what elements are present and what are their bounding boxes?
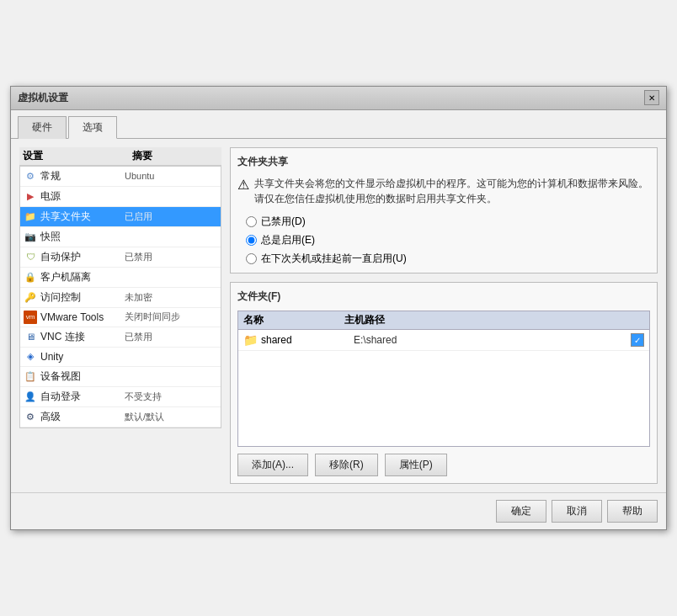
vnc-summary: 已禁用	[125, 331, 152, 343]
snapshot-icon: 📷	[24, 230, 37, 243]
vmwaretools-icon: vm	[24, 311, 37, 324]
right-panel: 文件夹共享 ⚠ 共享文件夹会将您的文件显示给虚拟机中的程序。这可能为您的计算机和…	[230, 147, 658, 485]
tabs-bar: 硬件 选项	[11, 110, 666, 139]
guest-iso-label: 客户机隔离	[40, 270, 125, 284]
radio-always-input[interactable]	[246, 235, 257, 246]
access-ctrl-icon: 🔑	[24, 290, 37, 304]
settings-header: 设置 摘要	[19, 147, 221, 166]
device-view-label: 设备视图	[40, 369, 125, 384]
window-title: 虚拟机设置	[18, 91, 68, 105]
autoprotect-summary: 已禁用	[125, 251, 152, 263]
folder-sharing-section: 文件夹共享 ⚠ 共享文件夹会将您的文件显示给虚拟机中的程序。这可能为您的计算机和…	[230, 147, 658, 274]
unity-icon: ◈	[24, 350, 37, 364]
folder-row-name: shared	[261, 334, 354, 346]
warning-text: 共享文件夹会将您的文件显示给虚拟机中的程序。这可能为您的计算机和数据带来风险。请…	[254, 176, 650, 207]
access-ctrl-summary: 未加密	[125, 291, 152, 304]
tab-hardware[interactable]: 硬件	[18, 116, 67, 139]
col-summary-header: 摘要	[132, 149, 218, 163]
col-setting-header: 设置	[23, 149, 132, 163]
remove-button[interactable]: 移除(R)	[315, 454, 378, 476]
main-content: 设置 摘要 ⚙ 常规 Ubuntu ▶ 电源 📁	[11, 139, 666, 493]
folder-row-checkbox[interactable]: ✓	[631, 333, 644, 347]
settings-item-autoprotect[interactable]: 🛡 自动保护 已禁用	[20, 247, 221, 268]
power-label: 电源	[40, 189, 125, 204]
settings-item-access-ctrl[interactable]: 🔑 访问控制 未加密	[20, 288, 221, 308]
folder-table-header: 名称 主机路径	[237, 311, 650, 329]
folder-col-path: 主机路径	[344, 313, 644, 327]
auto-login-icon: 👤	[24, 390, 37, 403]
snapshot-label: 快照	[40, 230, 125, 244]
auto-login-summary: 不受支持	[125, 390, 162, 403]
folder-section: 文件夹(F) 名称 主机路径 📁 shared E:\shared ✓ 添加(A…	[230, 282, 658, 484]
folder-row-icon: 📁	[243, 333, 258, 347]
access-ctrl-label: 访问控制	[40, 290, 125, 305]
autoprotect-icon: 🛡	[24, 250, 37, 263]
general-icon: ⚙	[24, 169, 37, 183]
settings-item-snapshot[interactable]: 📷 快照	[20, 227, 221, 247]
bottom-bar: 确定 取消 帮助	[11, 492, 666, 529]
warning-box: ⚠ 共享文件夹会将您的文件显示给虚拟机中的程序。这可能为您的计算机和数据带来风险…	[237, 176, 650, 207]
settings-item-general[interactable]: ⚙ 常规 Ubuntu	[20, 167, 221, 187]
radio-disabled-input[interactable]	[246, 216, 257, 227]
radio-always-label: 总是启用(E)	[261, 233, 315, 247]
settings-item-vnc[interactable]: 🖥 VNC 连接 已禁用	[20, 327, 221, 348]
power-icon: ▶	[24, 189, 37, 203]
radio-until-off-input[interactable]	[246, 253, 257, 264]
folder-table-body: 📁 shared E:\shared ✓	[237, 329, 650, 447]
advanced-icon: ⚙	[24, 410, 37, 423]
radio-until-off[interactable]: 在下次关机或挂起前一直启用(U)	[246, 252, 650, 266]
folder-section-title: 文件夹(F)	[237, 289, 650, 304]
shared-folders-icon: 📁	[24, 210, 37, 223]
guest-iso-icon: 🔒	[24, 270, 37, 284]
general-summary: Ubuntu	[125, 171, 154, 181]
folder-sharing-title: 文件夹共享	[237, 155, 650, 169]
folder-col-name: 名称	[243, 313, 344, 327]
settings-item-vmwaretools[interactable]: vm VMware Tools 关闭时间同步	[20, 308, 221, 327]
settings-item-auto-login[interactable]: 👤 自动登录 不受支持	[20, 387, 221, 407]
folder-buttons-row: 添加(A)... 移除(R) 属性(P)	[237, 454, 650, 476]
settings-item-power[interactable]: ▶ 电源	[20, 187, 221, 207]
vmwaretools-summary: 关闭时间同步	[125, 311, 180, 323]
radio-disabled-label: 已禁用(D)	[261, 215, 306, 229]
radio-until-off-label: 在下次关机或挂起前一直启用(U)	[261, 252, 407, 266]
advanced-summary: 默认/默认	[125, 411, 164, 423]
main-window: 虚拟机设置 ✕ 硬件 选项 设置 摘要 ⚙ 常规 Ubuntu ▶	[10, 86, 667, 531]
autoprotect-label: 自动保护	[40, 250, 125, 264]
tab-options[interactable]: 选项	[68, 116, 117, 139]
title-bar: 虚拟机设置 ✕	[11, 87, 666, 110]
vmwaretools-label: VMware Tools	[40, 311, 125, 323]
settings-item-unity[interactable]: ◈ Unity	[20, 348, 221, 367]
properties-button[interactable]: 属性(P)	[385, 454, 447, 476]
general-label: 常规	[40, 169, 125, 183]
vnc-icon: 🖥	[24, 330, 37, 343]
settings-item-guest-iso[interactable]: 🔒 客户机隔离	[20, 268, 221, 288]
unity-label: Unity	[40, 351, 125, 363]
folder-row-path: E:\shared	[354, 334, 631, 346]
shared-folders-summary: 已启用	[125, 210, 152, 223]
folder-row[interactable]: 📁 shared E:\shared ✓	[238, 330, 649, 351]
cancel-button[interactable]: 取消	[552, 500, 602, 523]
close-button[interactable]: ✕	[644, 90, 659, 105]
device-view-icon: 📋	[24, 369, 37, 383]
advanced-label: 高级	[40, 410, 125, 424]
ok-button[interactable]: 确定	[496, 500, 546, 523]
auto-login-label: 自动登录	[40, 390, 125, 404]
left-panel: 设置 摘要 ⚙ 常规 Ubuntu ▶ 电源 📁	[19, 147, 221, 485]
warning-icon: ⚠	[237, 177, 249, 193]
radio-group: 已禁用(D) 总是启用(E) 在下次关机或挂起前一直启用(U)	[246, 215, 650, 266]
settings-item-advanced[interactable]: ⚙ 高级 默认/默认	[20, 407, 221, 427]
settings-list: ⚙ 常规 Ubuntu ▶ 电源 📁 共享文件夹 已启用	[19, 166, 221, 428]
help-button[interactable]: 帮助	[607, 500, 658, 523]
vnc-label: VNC 连接	[40, 330, 125, 344]
radio-always[interactable]: 总是启用(E)	[246, 233, 650, 247]
shared-folders-label: 共享文件夹	[40, 210, 125, 224]
radio-disabled[interactable]: 已禁用(D)	[246, 215, 650, 229]
settings-item-shared-folders[interactable]: 📁 共享文件夹 已启用	[20, 207, 221, 227]
settings-item-device-view[interactable]: 📋 设备视图	[20, 367, 221, 387]
add-button[interactable]: 添加(A)...	[237, 454, 308, 476]
